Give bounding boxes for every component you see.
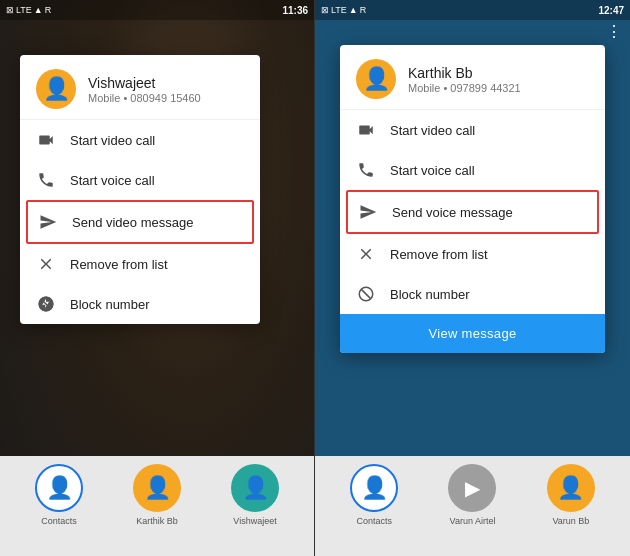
contact-number-left: Mobile • 080949 15460 [88,92,201,104]
contact-number-right: Mobile • 097899 44321 [408,82,521,94]
menu-label-block-right: Block number [390,287,469,302]
bottom-bar-right: 👤 Contacts ▶ Varun Airtel 👤 Varun Bb [315,456,630,556]
menu-item-remove-left[interactable]: Remove from list [20,244,260,284]
bottom-icon-varun-bb[interactable]: 👤 Varun Bb [547,464,595,526]
varun-bb-icon: 👤 [557,475,584,501]
left-screen: ⊠ LTE ▲ R 11:36 👤 Vishwajeet Mobile • 08… [0,0,315,556]
view-message-button[interactable]: View message [340,314,605,353]
time-display-left: 11:36 [282,5,308,16]
status-icons-right: ⊠ LTE ▲ R [321,5,366,15]
voice-call-icon-left [36,170,56,190]
carrier-icon-right: ⊠ [321,5,329,15]
varun-bb-label: Varun Bb [552,516,589,526]
bottom-icons-left: 👤 Contacts 👤 Karthik Bb 👤 Vishwajeet [0,464,314,526]
status-icons-left: ⊠ LTE ▲ R [6,5,51,15]
avatar-right: 👤 [356,59,396,99]
menu-label-video-msg-left: Send video message [72,215,193,230]
video-call-icon-left [36,130,56,150]
more-options-icon[interactable]: ⋮ [606,22,622,41]
signal-icon: ▲ [34,5,43,15]
menu-item-video-call-right[interactable]: Start video call [340,110,605,150]
context-menu-left: 👤 Vishwajeet Mobile • 080949 15460 Start… [20,55,260,324]
menu-label-video-call-left: Start video call [70,133,155,148]
varun-airtel-label: Varun Airtel [450,516,496,526]
contact-info-right: Karthik Bb Mobile • 097899 44321 [408,65,521,94]
menu-label-remove-left: Remove from list [70,257,168,272]
karthik-circle-left: 👤 [133,464,181,512]
contacts-icon-right: 👤 [361,475,388,501]
network-icon: LTE [16,5,32,15]
bottom-icon-varun-airtel[interactable]: ▶ Varun Airtel [448,464,496,526]
network-icon-right: LTE [331,5,347,15]
menu-item-remove-right[interactable]: Remove from list [340,234,605,274]
menu-item-voice-msg-right[interactable]: Send voice message [346,190,599,234]
svg-line-3 [361,289,371,299]
karthik-label-left: Karthik Bb [136,516,178,526]
menu-item-block-right[interactable]: Block number [340,274,605,314]
vishwajeet-circle-left: 👤 [231,464,279,512]
status-bar-left: ⊠ LTE ▲ R 11:36 [0,0,314,20]
menu-label-block-left: Block number [70,297,149,312]
carrier-icon: ⊠ [6,5,14,15]
avatar-left: 👤 [36,69,76,109]
block-icon-right [356,284,376,304]
status-time-area: 11:36 [282,5,308,16]
wifi-icon: R [45,5,52,15]
contacts-icon-left: 👤 [46,475,73,501]
bottom-bar-left: 👤 Contacts 👤 Karthik Bb 👤 Vishwajeet [0,456,314,556]
menu-label-remove-right: Remove from list [390,247,488,262]
contacts-circle-right: 👤 [350,464,398,512]
menu-label-voice-call-right: Start voice call [390,163,475,178]
contact-name-right: Karthik Bb [408,65,521,81]
remove-icon-right [356,244,376,264]
menu-label-voice-msg-right: Send voice message [392,205,513,220]
send-icon-right [358,202,378,222]
menu-item-block-left[interactable]: Block number [20,284,260,324]
video-call-icon-right [356,120,376,140]
contact-header-left: 👤 Vishwajeet Mobile • 080949 15460 [20,55,260,120]
right-screen: ⊠ LTE ▲ R 12:47 ⋮ 👤 Karthik Bb Mobile • … [315,0,630,556]
menu-item-voice-call-left[interactable]: Start voice call [20,160,260,200]
menu-item-voice-call-right[interactable]: Start voice call [340,150,605,190]
contact-name-left: Vishwajeet [88,75,201,91]
voice-call-icon-right [356,160,376,180]
bottom-icon-karthik-left[interactable]: 👤 Karthik Bb [133,464,181,526]
block-icon-left [36,294,56,314]
bottom-icon-vishwajeet-left[interactable]: 👤 Vishwajeet [231,464,279,526]
contacts-label-right: Contacts [356,516,392,526]
bottom-icon-contacts-right[interactable]: 👤 Contacts [350,464,398,526]
context-menu-right: 👤 Karthik Bb Mobile • 097899 44321 Start… [340,45,605,353]
menu-label-video-call-right: Start video call [390,123,475,138]
status-time-area-right: 12:47 [598,5,624,16]
signal-icon-right: ▲ [349,5,358,15]
person-icon-right: 👤 [363,66,390,92]
person-icon-left: 👤 [43,76,70,102]
menu-item-video-call-left[interactable]: Start video call [20,120,260,160]
bottom-icons-right: 👤 Contacts ▶ Varun Airtel 👤 Varun Bb [315,464,630,526]
bottom-icon-contacts-left[interactable]: 👤 Contacts [35,464,83,526]
varun-bb-circle: 👤 [547,464,595,512]
wifi-icon-right: R [360,5,367,15]
contact-header-right: 👤 Karthik Bb Mobile • 097899 44321 [340,45,605,110]
remove-icon-left [36,254,56,274]
contacts-label-left: Contacts [41,516,77,526]
status-bar-right: ⊠ LTE ▲ R 12:47 [315,0,630,20]
karthik-icon-left: 👤 [144,475,171,501]
contact-info-left: Vishwajeet Mobile • 080949 15460 [88,75,201,104]
menu-label-voice-call-left: Start voice call [70,173,155,188]
vishwajeet-label-left: Vishwajeet [233,516,276,526]
vishwajeet-icon-left: 👤 [242,475,269,501]
send-icon-left [38,212,58,232]
contacts-circle-left: 👤 [35,464,83,512]
menu-item-video-msg-left[interactable]: Send video message [26,200,254,244]
time-display-right: 12:47 [598,5,624,16]
varun-airtel-circle: ▶ [448,464,496,512]
play-icon-varun: ▶ [465,476,480,500]
